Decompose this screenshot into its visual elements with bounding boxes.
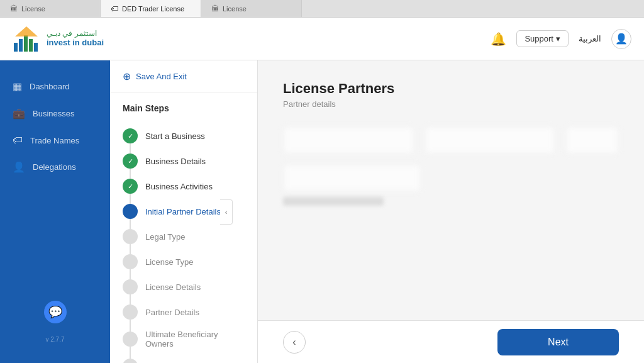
step-circle-business-details: ✓	[123, 154, 138, 169]
page-subtitle: Partner details	[283, 99, 619, 109]
sidebar-item-label-trade-names: Trade Names	[30, 136, 79, 145]
user-icon: 👤	[615, 33, 628, 45]
version-label: v 2.7.7	[33, 328, 77, 350]
svg-rect-0	[14, 43, 18, 52]
svg-rect-2	[24, 35, 28, 52]
main-steps-section: Main Steps ✓ Start a Business ✓ Business…	[110, 93, 257, 363]
logo: استثمر في دبـي invest in dubai	[13, 25, 104, 53]
step-start-business[interactable]: ✓ Start a Business	[123, 123, 245, 148]
step-circle-license-details	[123, 279, 138, 294]
step-circle-business-activities: ✓	[123, 179, 138, 194]
body: ▦ Dashboard 💼 Businesses 🏷 Trade Names 👤…	[0, 60, 644, 363]
businesses-icon: 💼	[13, 108, 25, 120]
step-circle-start-business: ✓	[123, 128, 138, 143]
header-right: 🔔 Support ▾ العربية 👤	[491, 29, 631, 49]
step-license-details[interactable]: License Details	[123, 274, 245, 299]
logo-icon	[13, 25, 40, 53]
app: استثمر في دبـي invest in dubai 🔔 Support…	[0, 18, 644, 363]
step-label-initial-partner: Initial Partner Details	[145, 207, 221, 216]
form-group-2	[283, 164, 619, 206]
svg-marker-5	[15, 26, 38, 36]
browser-tab-license-2[interactable]: 🏛 License	[201, 0, 302, 17]
step-business-activities[interactable]: ✓ Business Activities	[123, 174, 245, 199]
step-circle-initial-partner	[123, 204, 138, 219]
collapse-stepper-button[interactable]: ‹	[220, 199, 233, 225]
save-exit-button[interactable]: ⊕ Save And Exit	[110, 60, 257, 93]
form-field-type[interactable]	[565, 126, 619, 154]
stepper-wrapper: ⊕ Save And Exit Main Steps ✓ Start a Bus…	[110, 60, 258, 363]
sidebar-item-label-delegations: Delegations	[33, 162, 76, 172]
step-label-business-activities: Business Activities	[145, 182, 213, 191]
logo-text: استثمر في دبـي invest in dubai	[47, 29, 104, 48]
step-label-ultimate-beneficiary: Ultimate Beneficiary Owners	[145, 330, 245, 349]
arabic-language-button[interactable]: العربية	[579, 34, 601, 43]
browser-tabs: 🏛 License 🏷 DED Trader License 🏛 License	[0, 0, 644, 18]
support-button[interactable]: Support ▾	[516, 30, 569, 47]
step-circle-confirm-details	[123, 359, 138, 363]
footer: ‹ Next	[258, 320, 644, 363]
form-row-1	[283, 126, 619, 154]
stepper-panel: ⊕ Save And Exit Main Steps ✓ Start a Bus…	[110, 60, 258, 363]
tab-icon-2: 🏷	[111, 4, 118, 13]
dashboard-icon: ▦	[13, 81, 22, 92]
main-steps-title: Main Steps	[123, 103, 245, 113]
step-confirm-details[interactable]: Confirm Details	[123, 354, 245, 363]
header: استثمر في دبـي invest in dubai 🔔 Support…	[0, 18, 644, 60]
step-legal-type[interactable]: Legal Type	[123, 224, 245, 249]
svg-rect-4	[34, 43, 38, 52]
step-ultimate-beneficiary[interactable]: Ultimate Beneficiary Owners	[123, 325, 245, 354]
bell-icon[interactable]: 🔔	[491, 31, 506, 47]
step-label-partner-details: Partner Details	[145, 308, 199, 317]
step-circle-legal-type	[123, 229, 138, 244]
step-circle-partner-details	[123, 304, 138, 320]
trade-names-icon: 🏷	[13, 135, 23, 146]
content-area: License Partners Partner details	[258, 60, 644, 320]
chevron-down-icon: ▾	[556, 34, 560, 43]
form-field-sublabel	[283, 197, 384, 206]
tab-icon-3: 🏛	[211, 4, 219, 13]
sidebar-item-dashboard[interactable]: ▦ Dashboard	[0, 73, 110, 100]
step-business-details[interactable]: ✓ Business Details	[123, 148, 245, 174]
sidebar-item-trade-names[interactable]: 🏷 Trade Names	[0, 127, 110, 154]
tab-label-3: License	[223, 5, 247, 13]
delegations-icon: 👤	[13, 161, 25, 173]
user-avatar[interactable]: 👤	[611, 29, 631, 49]
step-license-type[interactable]: License Type	[123, 249, 245, 274]
tab-icon-1: 🏛	[10, 4, 18, 13]
step-circle-ultimate-beneficiary	[123, 332, 138, 347]
back-icon: ‹	[292, 337, 296, 348]
next-button[interactable]: Next	[497, 329, 619, 355]
svg-rect-3	[29, 39, 33, 52]
form-field-secondary[interactable]	[283, 164, 421, 192]
sidebar: ▦ Dashboard 💼 Businesses 🏷 Trade Names 👤…	[0, 60, 110, 363]
step-label-legal-type: Legal Type	[145, 232, 185, 242]
chat-icon[interactable]: 💬	[44, 301, 67, 323]
step-partner-details[interactable]: Partner Details	[123, 299, 245, 325]
browser-tab-license-1[interactable]: 🏛 License	[0, 0, 101, 17]
chevron-left-icon: ‹	[225, 208, 228, 216]
save-exit-icon: ⊕	[123, 70, 131, 82]
sidebar-item-delegations[interactable]: 👤 Delegations	[0, 154, 110, 181]
save-exit-label: Save And Exit	[136, 72, 187, 81]
svg-rect-1	[19, 39, 23, 52]
sidebar-item-label-businesses: Businesses	[33, 109, 74, 118]
form-field-name[interactable]	[283, 126, 414, 154]
main-content: License Partners Partner details ‹	[258, 60, 644, 363]
back-button[interactable]: ‹	[283, 331, 306, 354]
tab-label-2: DED Trader License	[122, 5, 184, 13]
tab-label-1: License	[21, 5, 45, 13]
step-label-license-details: License Details	[145, 282, 201, 292]
step-circle-license-type	[123, 254, 138, 269]
sidebar-item-businesses[interactable]: 💼 Businesses	[0, 100, 110, 127]
form-field-id[interactable]	[425, 126, 556, 154]
step-label-business-details: Business Details	[145, 157, 206, 166]
page-title: License Partners	[283, 81, 619, 97]
step-label-start-business: Start a Business	[145, 131, 205, 141]
step-label-license-type: License Type	[145, 257, 193, 267]
browser-tab-ded[interactable]: 🏷 DED Trader License	[101, 0, 201, 17]
sidebar-item-label-dashboard: Dashboard	[30, 82, 70, 91]
